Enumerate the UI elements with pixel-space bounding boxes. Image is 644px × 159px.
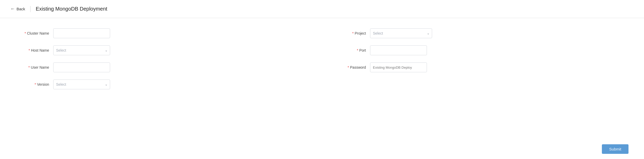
form-main: * Cluster Name * Host Name S — [0, 18, 644, 159]
project-required: * — [352, 31, 354, 35]
footer-row: Submit — [0, 139, 644, 159]
host-name-row: * Host Name Select ⌄ — [16, 45, 306, 55]
port-required: * — [357, 48, 358, 52]
port-row: * Port — [338, 45, 628, 55]
version-required: * — [35, 82, 36, 86]
project-row: * Project Select ⌄ — [338, 28, 628, 38]
password-input[interactable] — [370, 62, 427, 72]
password-row: * Password — [338, 62, 628, 72]
version-label: * Version — [16, 82, 49, 86]
back-label: Back — [17, 7, 25, 11]
user-name-required: * — [28, 65, 30, 69]
back-arrow-icon: ← — [10, 6, 15, 12]
project-select[interactable]: Select — [370, 28, 432, 38]
cluster-name-row: * Cluster Name — [16, 28, 306, 38]
project-text: Project — [355, 31, 366, 35]
host-name-select[interactable]: Select — [53, 45, 110, 55]
version-text: Version — [37, 82, 49, 86]
host-name-select-wrapper: Select ⌄ — [53, 45, 110, 55]
user-name-text: User Name — [31, 65, 49, 69]
form-grid: * Cluster Name * Host Name S — [16, 28, 628, 89]
user-name-row: * User Name — [16, 62, 306, 72]
host-name-required: * — [29, 48, 30, 52]
version-row: * Version Select ⌄ — [16, 80, 306, 89]
header: ← Back Existing MongoDB Deployment — [0, 0, 644, 18]
project-label: * Project — [338, 31, 366, 35]
page-container: ← Back Existing MongoDB Deployment * Clu… — [0, 0, 644, 159]
version-select[interactable]: Select — [53, 80, 110, 89]
user-name-input[interactable] — [53, 62, 110, 72]
cluster-name-input[interactable] — [53, 28, 110, 38]
header-divider — [30, 6, 30, 12]
submit-button[interactable]: Submit — [602, 144, 628, 154]
password-required: * — [348, 65, 349, 69]
project-select-wrapper: Select ⌄ — [370, 28, 432, 38]
cluster-name-text: Cluster Name — [27, 31, 49, 35]
version-select-wrapper: Select ⌄ — [53, 80, 110, 89]
user-name-label: * User Name — [16, 65, 49, 69]
page-title: Existing MongoDB Deployment — [36, 6, 107, 12]
port-input[interactable] — [370, 45, 427, 55]
host-name-text: Host Name — [31, 48, 49, 52]
back-button[interactable]: ← Back — [10, 6, 25, 12]
port-text: Port — [359, 48, 366, 52]
password-label: * Password — [338, 65, 366, 69]
password-text: Password — [350, 65, 366, 69]
cluster-name-required: * — [25, 31, 26, 35]
host-name-label: * Host Name — [16, 48, 49, 52]
port-label: * Port — [338, 48, 366, 52]
cluster-name-label: * Cluster Name — [16, 31, 49, 35]
form-area: * Cluster Name * Host Name S — [0, 18, 644, 139]
